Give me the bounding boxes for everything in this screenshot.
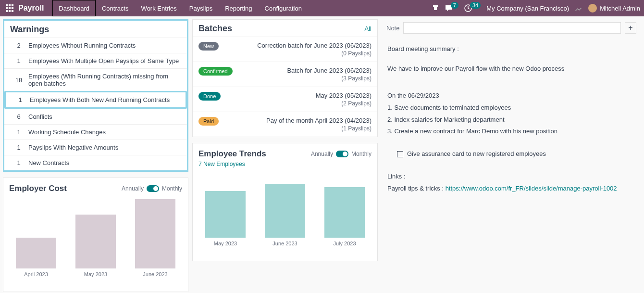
batch-row[interactable]: Confirmed Batch for June 2023 (06/2023)(… — [193, 62, 377, 87]
notes-panel: Note + Board meeting summary : We have t… — [382, 19, 641, 201]
warning-row[interactable]: 2Employees Without Running Contracts — [4, 38, 187, 53]
tab-contracts[interactable]: Contracts — [96, 0, 135, 16]
batch-title: Pay of the month April 2023 (04/2023) — [266, 117, 372, 124]
voip-icon[interactable] — [432, 4, 439, 12]
chart-bar-label: April 2023 — [24, 271, 48, 277]
chart-bar-label: July 2023 — [333, 241, 356, 246]
warning-label: Employees With Both New And Running Cont… — [30, 96, 181, 103]
add-note-button[interactable]: + — [625, 22, 636, 34]
warnings-title: Warnings — [10, 25, 49, 35]
note-line: 2. Index salaries for Marketing departme… — [387, 114, 635, 126]
note-body: Board meeting summary : We have to impro… — [382, 37, 641, 201]
tab-work-entries[interactable]: Work Entries — [135, 0, 183, 16]
batch-title: May 2023 (05/2023) — [316, 92, 372, 99]
warning-count: 1 — [9, 144, 28, 151]
note-checkbox-line[interactable]: Give assurance card to new registered em… — [387, 148, 635, 160]
warning-label: Employees Without Running Contracts — [28, 42, 182, 49]
employee-trends-card: Employee Trends Annually Monthly 7 New E… — [192, 143, 378, 261]
batches-list: New Correction batch for June 2023 (06/2… — [193, 37, 377, 137]
batches-all-link[interactable]: All — [365, 25, 372, 32]
period-toggle[interactable] — [147, 185, 159, 192]
employer-cost-title: Employer Cost — [9, 184, 67, 193]
employer-cost-chart: April 2023May 2023June 2023 — [3, 195, 188, 292]
note-line: 3. Create a new contract for Marc Demo w… — [387, 126, 635, 138]
batch-row[interactable]: Paid Pay of the month April 2023 (04/202… — [193, 112, 377, 137]
checkbox-label: Give assurance card to new registered em… — [407, 148, 546, 160]
chart-bar-column: May 2023 — [73, 215, 119, 277]
activities-button[interactable]: 34 — [464, 4, 481, 12]
note-line: Payroll tips & tricks : https://www.odoo… — [387, 183, 635, 195]
messages-button[interactable]: 7 — [445, 4, 458, 12]
svg-rect-5 — [12, 7, 13, 9]
note-line: 1. Save documents to terminated employee… — [387, 102, 635, 114]
chart-bar-column: June 2023 — [262, 184, 308, 247]
batch-row[interactable]: Done May 2023 (05/2023)(2 Payslips) — [193, 87, 377, 112]
warning-row[interactable]: 1Employees With Multiple Open Payslips o… — [4, 53, 187, 68]
avatar — [588, 4, 597, 13]
warning-row[interactable]: 6Conflicts — [4, 109, 187, 124]
tab-configuration[interactable]: Configuration — [259, 0, 308, 16]
warning-label: Employees With Multiple Open Payslips of… — [28, 57, 182, 64]
warning-count: 1 — [11, 96, 30, 103]
warning-count: 1 — [9, 159, 28, 166]
status-badge: Confirmed — [198, 67, 233, 76]
checkbox-icon[interactable] — [397, 151, 403, 157]
svg-rect-7 — [9, 10, 11, 12]
chart-bar — [135, 199, 175, 268]
warning-label: Working Schedule Changes — [28, 128, 182, 136]
svg-rect-8 — [12, 10, 13, 12]
svg-rect-1 — [9, 4, 11, 6]
warnings-list: 2Employees Without Running Contracts 1Em… — [4, 38, 187, 170]
brand-title: Payroll — [18, 4, 44, 13]
warning-count: 1 — [9, 57, 28, 64]
chart-bar — [205, 191, 246, 238]
new-employees-link[interactable]: 7 New Employees — [193, 161, 377, 169]
period-toggle[interactable] — [336, 151, 348, 157]
chart-bar-label: May 2023 — [214, 241, 237, 246]
batches-card: Batches All New Correction batch for Jun… — [192, 19, 378, 137]
employer-cost-card: Employer Cost Annually Monthly April 202… — [3, 178, 188, 292]
employee-trends-chart: May 2023June 2023July 2023 — [193, 169, 377, 261]
batch-subtitle: (2 Payslips) — [316, 100, 372, 107]
warning-row[interactable]: 18Employees (With Running Contracts) mis… — [4, 68, 187, 91]
chart-bar-column: July 2023 — [322, 187, 368, 246]
note-line: We have to improve our Payroll flow with… — [387, 63, 635, 75]
warning-row[interactable]: 1New Contracts — [4, 155, 187, 170]
activities-badge: 34 — [470, 2, 481, 9]
tab-payslips[interactable]: Payslips — [183, 0, 219, 16]
messages-badge: 7 — [451, 2, 458, 9]
user-menu[interactable]: Mitchell Admin — [588, 4, 640, 13]
chart-bar-column: April 2023 — [13, 238, 59, 277]
warnings-card: Warnings 2Employees Without Running Cont… — [3, 19, 188, 172]
svg-rect-0 — [6, 4, 8, 6]
company-selector[interactable]: My Company (San Francisco) — [486, 5, 569, 12]
batch-subtitle: (1 Payslips) — [266, 125, 372, 132]
toggle-label-annually: Annually — [122, 185, 144, 192]
batch-row[interactable]: New Correction batch for June 2023 (06/2… — [193, 37, 377, 62]
warning-label: Employees (With Running Contracts) missi… — [28, 73, 182, 87]
tab-reporting[interactable]: Reporting — [219, 0, 258, 16]
status-badge: Paid — [198, 117, 219, 126]
warning-row[interactable]: 1Payslips With Negative Amounts — [4, 140, 187, 155]
note-line: On the 06/29/2023 — [387, 90, 635, 102]
chart-bar-label: June 2023 — [272, 241, 297, 246]
svg-rect-6 — [6, 10, 8, 12]
chart-bar — [324, 187, 365, 238]
note-line: Links : — [387, 171, 635, 183]
warning-row[interactable]: 1Working Schedule Changes — [4, 124, 187, 140]
note-input[interactable] — [403, 22, 621, 34]
note-link[interactable]: https://www.odoo.com/fr_FR/slides/slide/… — [446, 185, 617, 192]
employee-trends-title: Employee Trends — [198, 149, 266, 159]
warning-count: 18 — [9, 76, 28, 84]
tab-dashboard[interactable]: Dashboard — [52, 0, 96, 16]
chart-bar-column: June 2023 — [132, 199, 178, 277]
chart-bar-column: May 2023 — [202, 191, 248, 247]
chart-bar — [16, 238, 56, 268]
warning-row-highlighted[interactable]: 1Employees With Both New And Running Con… — [4, 91, 187, 109]
chart-bar — [265, 184, 305, 238]
debug-icon[interactable] — [575, 4, 582, 12]
apps-icon[interactable] — [6, 4, 13, 12]
batch-subtitle: (3 Payslips) — [287, 75, 372, 82]
chart-bar-label: June 2023 — [143, 271, 167, 277]
toggle-label-annually: Annually — [311, 151, 333, 157]
